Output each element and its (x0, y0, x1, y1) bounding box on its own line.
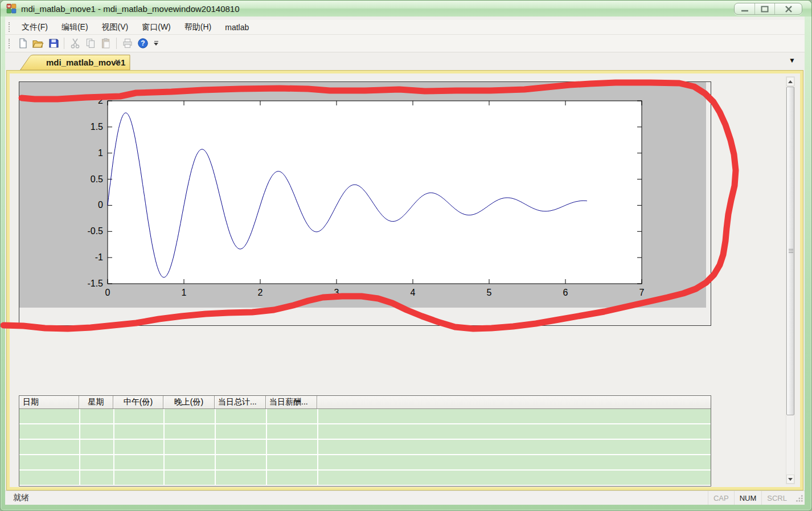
svg-text:-1: -1 (95, 252, 103, 262)
damped-sine-plot: 01234567-1.5-1-0.500.511.52 (19, 82, 706, 308)
title-bar[interactable]: M mdi_matlab_move1 - mdi_matlab_movewind… (1, 1, 811, 17)
status-key-indicators: CAP NUM SCRL (708, 491, 805, 505)
cut-button[interactable] (67, 36, 83, 51)
scrollbar-thumb[interactable] (786, 87, 794, 415)
caps-lock-indicator: CAP (708, 491, 734, 505)
cut-icon (69, 38, 81, 49)
svg-text:5: 5 (487, 288, 492, 297)
grid-column-line (79, 409, 80, 486)
resize-grip-icon[interactable] (794, 493, 803, 502)
tab-strip: mdi_matlab_move1 × ▼ (5, 52, 805, 70)
grid-column-header[interactable]: 星期 (79, 396, 113, 408)
tab-page-content: 01234567-1.5-1-0.500.511.52 日期星期中午(份)晚上(… (10, 74, 799, 487)
grid-column-line (215, 409, 216, 486)
scroll-up-button[interactable] (786, 77, 794, 86)
scroll-lock-indicator: SCRL (761, 491, 792, 505)
minimize-button[interactable] (735, 3, 754, 14)
tab-list-dropdown-icon[interactable]: ▼ (789, 56, 795, 64)
print-button[interactable] (120, 36, 135, 51)
new-document-icon (17, 38, 28, 49)
app-window: M mdi_matlab_move1 - mdi_matlab_movewind… (0, 0, 812, 511)
figure-canvas: 01234567-1.5-1-0.500.511.52 (19, 82, 706, 308)
close-button[interactable] (774, 3, 802, 14)
open-folder-button[interactable] (30, 36, 46, 51)
svg-text:2: 2 (98, 96, 103, 105)
new-document-button[interactable] (15, 36, 30, 51)
svg-text:7: 7 (639, 288, 645, 297)
scrollbar-grip-icon (789, 249, 793, 254)
close-icon (784, 5, 793, 13)
window-controls (734, 3, 802, 15)
menu-file[interactable]: 文件(F) (15, 21, 55, 34)
toolbar-separator (64, 38, 64, 49)
page-vertical-scrollbar[interactable] (786, 76, 795, 484)
svg-text:0: 0 (105, 288, 110, 297)
grid-column-header[interactable]: 日期 (19, 396, 79, 408)
scroll-down-icon (788, 478, 793, 481)
window-title: mdi_matlab_move1 - mdi_matlab_movewindow… (21, 4, 240, 14)
grid-column-line (163, 409, 165, 486)
menu-help[interactable]: 帮助(H) (178, 21, 218, 34)
help-button[interactable]: ? (135, 36, 150, 51)
minimize-icon (740, 6, 749, 13)
grid-column-header[interactable]: 当日总计... (215, 396, 266, 408)
tab-close-icon[interactable]: × (115, 57, 120, 67)
svg-text:6: 6 (563, 288, 568, 297)
toolbar-separator (116, 38, 117, 49)
grid-empty-row[interactable] (19, 424, 711, 440)
grid-column-line (266, 409, 267, 486)
num-lock-indicator: NUM (734, 491, 762, 505)
status-bar: 就绪 CAP NUM SCRL (5, 490, 805, 505)
menu-bar: 文件(F) 编辑(E) 视图(V) 窗口(W) 帮助(H) matlab (5, 20, 805, 35)
grid-rows-area[interactable] (19, 409, 711, 486)
scroll-up-icon (788, 80, 793, 83)
svg-text:0.5: 0.5 (91, 174, 103, 184)
grid-empty-row[interactable] (19, 440, 711, 455)
copy-icon (85, 38, 96, 49)
grid-column-line (113, 409, 114, 486)
print-icon (122, 38, 133, 49)
grid-column-line (317, 409, 318, 486)
grid-column-header[interactable]: 中午(份) (113, 396, 163, 408)
grid-empty-row[interactable] (19, 455, 711, 471)
copy-button[interactable] (83, 36, 98, 51)
tab-label: mdi_matlab_move1 (46, 58, 125, 67)
grid-column-header[interactable]: 当日薪酬... (266, 396, 317, 408)
grid-empty-row[interactable] (19, 471, 711, 486)
svg-text:2: 2 (258, 288, 263, 297)
menu-window[interactable]: 窗口(W) (135, 21, 178, 34)
svg-text:1: 1 (182, 288, 187, 297)
svg-text:0: 0 (98, 200, 103, 210)
menu-matlab[interactable]: matlab (218, 21, 256, 34)
maximize-button[interactable] (754, 3, 774, 14)
tool-bar: ? (5, 35, 805, 52)
menu-edit[interactable]: 编辑(E) (55, 21, 95, 34)
grid-empty-row[interactable] (19, 409, 711, 424)
data-grid[interactable]: 日期星期中午(份)晚上(份)当日总计...当日薪酬... (19, 395, 711, 487)
tab-page: 01234567-1.5-1-0.500.511.52 日期星期中午(份)晚上(… (6, 70, 803, 490)
toolbar-gripper[interactable] (9, 39, 10, 48)
save-icon (48, 38, 59, 49)
save-button[interactable] (46, 36, 61, 51)
svg-text:1: 1 (98, 148, 103, 158)
figure-panel: 01234567-1.5-1-0.500.511.52 (19, 81, 711, 326)
svg-text:?: ? (141, 39, 145, 47)
svg-text:M: M (7, 5, 10, 8)
client-area: 文件(F) 编辑(E) 视图(V) 窗口(W) 帮助(H) matlab (5, 17, 805, 505)
grid-column-header[interactable]: 晚上(份) (163, 396, 215, 408)
svg-text:-0.5: -0.5 (87, 226, 103, 236)
scroll-down-button[interactable] (786, 475, 794, 484)
toolbar-overflow-button[interactable] (151, 36, 161, 51)
paste-icon (100, 38, 112, 49)
tab-mdi-matlab-move1[interactable]: mdi_matlab_move1 × (20, 55, 130, 70)
help-icon: ? (137, 38, 149, 49)
svg-text:4: 4 (411, 288, 416, 297)
svg-text:-1.5: -1.5 (87, 279, 103, 288)
svg-text:1.5: 1.5 (91, 122, 103, 132)
app-icon: M (6, 3, 17, 14)
menu-view[interactable]: 视图(V) (95, 21, 136, 34)
menubar-gripper[interactable] (9, 22, 10, 32)
grid-header-filler (317, 396, 711, 408)
paste-button[interactable] (98, 36, 113, 51)
maximize-icon (760, 5, 769, 13)
